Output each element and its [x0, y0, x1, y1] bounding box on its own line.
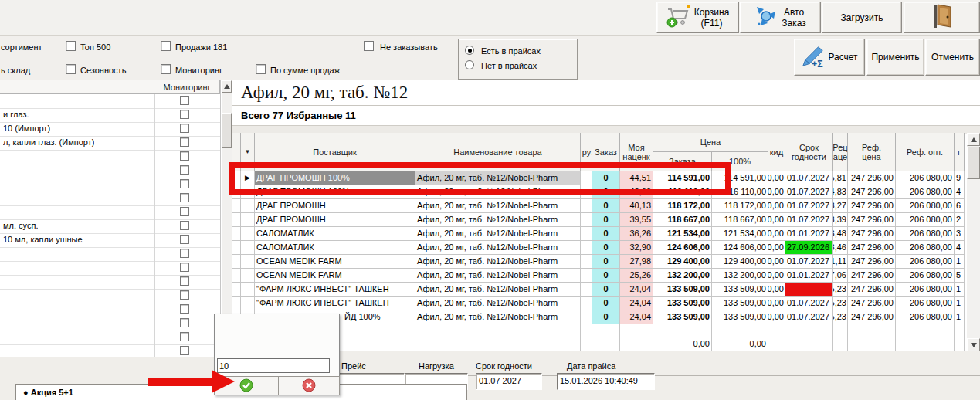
cell-product[interactable]: Афил, 20 мг, таб. №12/Nobel-Pharm	[415, 227, 581, 241]
list-item[interactable]	[0, 178, 220, 192]
cell-extra[interactable]: 1	[955, 310, 965, 324]
cell-order[interactable]: 0	[592, 297, 620, 310]
cell-rate[interactable]: 1,11	[833, 255, 848, 269]
cell-expiry[interactable]	[785, 283, 833, 297]
cell-price100[interactable]: 133 509,00	[712, 310, 768, 324]
cell-extra[interactable]: 1	[955, 283, 965, 297]
cell-refopt[interactable]: 206 080,00	[896, 255, 955, 269]
list-item[interactable]	[0, 164, 220, 178]
cell-product[interactable]: Афил, 20 мг, таб. №12/Nobel-Pharm	[415, 241, 581, 255]
cell-supplier[interactable]: OCEAN MEDIK FARM	[255, 255, 415, 269]
cell-disc[interactable]: 0,00	[768, 310, 785, 324]
cell-disc[interactable]: 0,00	[768, 185, 785, 199]
cell-g0[interactable]	[232, 199, 241, 213]
cancel-button[interactable]: Отменить	[925, 39, 980, 76]
list-item[interactable]	[0, 94, 220, 109]
monitoring-checkbox[interactable]	[180, 249, 189, 258]
cell-price100[interactable]: 133 509,00	[712, 297, 768, 310]
column-header-refopt[interactable]: Реф. опт.	[896, 133, 955, 171]
cell-ref[interactable]: 247 296,00	[848, 255, 896, 269]
cell-g0[interactable]	[232, 283, 241, 297]
monitoring-checkbox[interactable]	[180, 151, 189, 161]
cell-ref[interactable]: 247 296,00	[848, 269, 896, 283]
monitoring-checkbox[interactable]	[180, 332, 189, 341]
monitoring-filter-checkbox[interactable]	[161, 64, 171, 74]
cell-expiry[interactable]: 01.07.2027	[785, 255, 833, 269]
left-panel-name-header[interactable]	[0, 80, 154, 94]
cell-extra[interactable]: 5	[955, 269, 965, 283]
monitoring-checkbox[interactable]	[180, 235, 189, 244]
calc-button[interactable]: +Σ Расчет	[794, 39, 865, 76]
cell-ref[interactable]: 247 296,00	[848, 199, 896, 213]
cell-g0[interactable]	[232, 269, 241, 283]
cell-rate[interactable]: 7,06	[833, 269, 848, 283]
list-item[interactable]	[0, 150, 220, 164]
cell-price[interactable]: 121 534,00	[653, 227, 712, 241]
cell-rate[interactable]: 4,83	[833, 185, 848, 199]
expiry-field-input[interactable]: 01.07 2027	[476, 373, 542, 390]
cell-refopt[interactable]: 206 080,00	[896, 297, 955, 310]
cell-order[interactable]: 0	[592, 283, 620, 297]
radio-not-in-prices[interactable]	[465, 60, 474, 69]
cell-marker[interactable]	[241, 241, 255, 255]
cell-price[interactable]: 133 509,00	[653, 297, 712, 310]
cell-price100[interactable]: 129 400,00	[712, 255, 768, 269]
cell-ref[interactable]: 247 296,00	[848, 241, 896, 255]
monitoring-checkbox[interactable]	[180, 207, 189, 216]
cell-price[interactable]: 129 400,00	[653, 255, 712, 269]
cell-rate[interactable]: 3,39	[833, 213, 848, 227]
cell-supplier[interactable]: "ФАРМ ЛЮКС ИНВЕСТ" ТАШКЕН	[255, 283, 415, 297]
cell-marker[interactable]	[241, 213, 255, 227]
cell-price100[interactable]: 133 509,00	[712, 283, 768, 297]
cell-marker[interactable]	[241, 227, 255, 241]
cell-extra[interactable]: 9	[955, 171, 965, 185]
list-item[interactable]	[0, 317, 220, 331]
cell-gru[interactable]	[581, 269, 592, 283]
cell-price100[interactable]: 118 172,00	[712, 199, 768, 213]
cell-order[interactable]: 0	[592, 199, 620, 213]
cell-price[interactable]: 124 606,00	[653, 241, 712, 255]
cell-ref[interactable]: 247 296,00	[848, 310, 896, 324]
monitoring-checkbox[interactable]	[180, 346, 189, 355]
column-header-price-group[interactable]: Цена	[653, 133, 768, 152]
cell-refopt[interactable]: 206 080,00	[896, 213, 955, 227]
cell-markup[interactable]: 24,04	[620, 297, 653, 310]
cell-rate[interactable]: 5,81	[833, 171, 848, 185]
cell-expiry[interactable]: 01.07.2027	[785, 310, 833, 324]
monitoring-checkbox[interactable]	[180, 221, 189, 230]
cell-expiry[interactable]: 01.07.2027	[785, 297, 833, 310]
cell-gru[interactable]	[581, 213, 592, 227]
cell-rate[interactable]: 3,48	[833, 227, 848, 241]
cell-expiry[interactable]: 01.07.2027	[785, 171, 833, 185]
cell-markup[interactable]: 39,55	[620, 213, 653, 227]
cell-supplier[interactable]: ДРАГ ПРОМОШН	[255, 213, 415, 227]
exit-button[interactable]	[904, 2, 980, 33]
cell-extra[interactable]: 3	[955, 227, 965, 241]
cell-rate[interactable]: 5,23	[833, 310, 848, 324]
cell-gru[interactable]	[581, 199, 592, 213]
cell-refopt[interactable]: 206 080,00	[896, 269, 955, 283]
cell-disc[interactable]: 0,00	[768, 227, 785, 241]
monitoring-checkbox[interactable]	[180, 304, 189, 314]
list-item[interactable]: мл. сусп.	[0, 219, 220, 234]
cell-supplier[interactable]: ДРАГ ПРОМОШН	[255, 199, 415, 213]
list-item[interactable]: и глаз.	[0, 108, 220, 123]
cell-expiry[interactable]: 01.01.2027	[785, 227, 833, 241]
cell-price100[interactable]: 124 606,00	[712, 241, 768, 255]
cell-gru[interactable]	[581, 297, 592, 310]
load-button[interactable]: Загрузить	[822, 2, 902, 33]
cell-marker[interactable]	[241, 255, 255, 269]
cell-order[interactable]: 0	[592, 227, 620, 241]
cell-product[interactable]: Афил, 20 мг, таб. №12/Nobel-Pharm	[415, 283, 581, 297]
cell-product[interactable]: Афил, 20 мг, таб. №12/Nobel-Pharm	[415, 213, 581, 227]
cell-refopt[interactable]: 206 080,00	[896, 283, 955, 297]
column-header-ref[interactable]: Реф. цена	[848, 133, 896, 171]
cell-disc[interactable]: 0,00	[768, 269, 785, 283]
cell-markup[interactable]: 25,26	[620, 269, 653, 283]
cell-supplier[interactable]: OCEAN MEDIK FARM	[255, 269, 415, 283]
list-item[interactable]	[0, 275, 220, 290]
cell-refopt[interactable]: 206 080,00	[896, 171, 955, 185]
cell-extra[interactable]: 2	[955, 213, 965, 227]
cell-ref[interactable]: 247 296,00	[848, 227, 896, 241]
cell-price[interactable]: 118 172,00	[653, 199, 712, 213]
